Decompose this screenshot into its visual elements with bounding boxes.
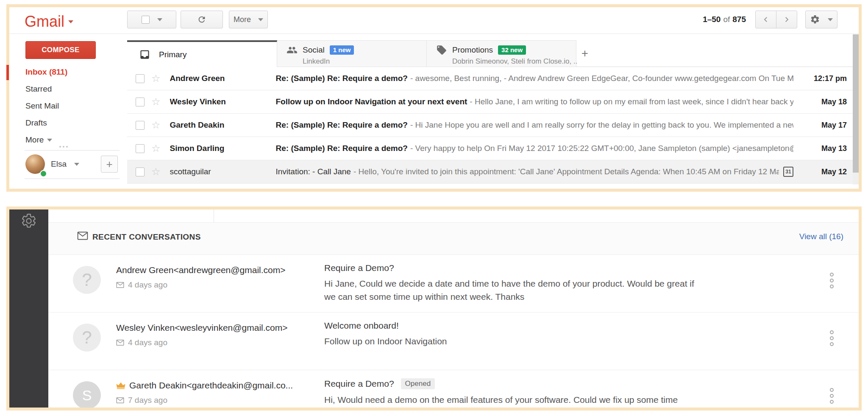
tab-primary[interactable]: Primary (127, 40, 277, 67)
sidebar-item-inbox[interactable]: Inbox (811) (25, 64, 120, 81)
sidebar-divider-bottom (25, 179, 120, 179)
settings-caret-icon (828, 18, 833, 21)
email-checkbox[interactable] (136, 144, 145, 153)
refresh-button[interactable] (181, 11, 223, 28)
email-sender: Simon Darling (170, 144, 276, 153)
tab-social-subtitle: LinkedIn (303, 57, 428, 66)
email-snippet: - Hello Jane, I am writing to follow up … (470, 97, 793, 106)
tab-promotions-badge: 32 new (498, 45, 526, 55)
conversation-title: Require a Demo? (324, 263, 394, 273)
compose-button[interactable]: COMPOSE (25, 41, 96, 59)
crm-settings-button[interactable] (21, 213, 37, 231)
gmail-logo[interactable]: Gmail (25, 12, 73, 31)
email-subject-line: Re: (Sample) Re: Require a demo?- awesom… (276, 74, 793, 83)
add-tab-button[interactable]: + (581, 47, 588, 60)
sidebar-item-starred[interactable]: Starred (25, 81, 120, 98)
pager (755, 11, 797, 28)
email-checkbox[interactable] (136, 98, 145, 106)
email-subject: Follow up on Indoor Navigation at your n… (276, 97, 467, 106)
conversation-time: 7 days ago (116, 396, 167, 405)
header-divider (9, 34, 859, 34)
crm-panel: RECENT CONVERSATIONS View all (16) ? And… (6, 207, 862, 410)
email-sender: Andrew Green (170, 74, 276, 83)
view-all-link[interactable]: View all (16) (799, 232, 843, 241)
sidebar-divider (25, 150, 120, 151)
more-button[interactable]: More (229, 11, 268, 28)
crown-icon (116, 382, 125, 390)
email-row[interactable]: ☆ Gareth Deakin Re: (Sample) Re: Require… (127, 114, 853, 137)
conversation-row[interactable]: ? Wesley Vinken<wesleyvinken@gmail.com> … (48, 312, 859, 370)
sent-email-icon (116, 339, 124, 346)
star-icon[interactable]: ☆ (151, 143, 161, 154)
select-all-button[interactable] (127, 11, 176, 28)
calendar-icon: 31 (783, 167, 793, 177)
email-row[interactable]: ☆ Wesley Vinken Follow up on Indoor Navi… (127, 90, 853, 114)
avatar-unknown: ? (73, 324, 101, 352)
sidebar-item-drafts[interactable]: Drafts (25, 114, 120, 131)
chevron-right-icon (783, 16, 790, 23)
email-subject: Re: (Sample) Re: Require a demo? (276, 144, 408, 153)
avatar-unknown: ? (73, 266, 101, 294)
add-contact-button[interactable]: + (101, 156, 118, 173)
tab-social[interactable]: Social 1 new LinkedIn (277, 40, 427, 67)
gear-outline-icon (21, 213, 37, 229)
gmail-logo-text: Gmail (25, 13, 64, 31)
scrollbar-thumb[interactable] (853, 34, 859, 173)
more-button-label: More (234, 15, 251, 24)
conversation-preview: Welcome onboard! Follow up on Indoor Nav… (324, 321, 697, 348)
sidebar-item-more[interactable]: More (25, 131, 120, 148)
previous-page-button[interactable] (755, 11, 776, 28)
crm-left-rail (9, 209, 48, 408)
conversation-time-text: 4 days ago (128, 280, 167, 290)
conversation-row[interactable]: ? Andrew Green<andrewgreen@gmail.com> 4 … (48, 254, 859, 312)
star-icon[interactable]: ☆ (151, 120, 161, 130)
email-checkbox[interactable] (136, 121, 145, 130)
email-time: May 17 (797, 121, 847, 130)
conversation-name-text: Wesley Vinken<wesleyvinken@gmail.com> (116, 323, 288, 333)
conversation-name-text: Andrew Green<andrewgreen@gmail.com> (116, 265, 286, 275)
kebab-menu-icon[interactable] (830, 273, 834, 288)
star-icon[interactable]: ☆ (151, 73, 161, 84)
star-icon[interactable]: ☆ (151, 97, 161, 107)
tab-promotions[interactable]: Promotions 32 new Dobrin Simeonov, Steli… (427, 40, 576, 67)
sent-email-icon (116, 282, 124, 288)
email-sender: scottaguilar (170, 167, 276, 176)
chevron-left-icon (762, 16, 770, 23)
conversation-time-text: 7 days ago (128, 396, 167, 405)
email-time: May 13 (797, 144, 847, 153)
email-time: May 12 (797, 168, 847, 176)
conversation-time: 4 days ago (116, 280, 167, 290)
email-subject: Re: (Sample) Re: Require a demo? (276, 74, 408, 83)
status-badge: Opened (401, 378, 435, 389)
next-page-button[interactable] (776, 11, 797, 28)
drag-handle-dots-icon (59, 146, 68, 148)
email-row[interactable]: ☆ Andrew Green Re: (Sample) Re: Require … (127, 67, 853, 90)
email-subject-line: Invitation: - Call Jane- Hello, You're i… (276, 167, 779, 176)
email-time: 12:17 pm (797, 74, 847, 83)
profile-menu[interactable]: Elsa (51, 154, 79, 174)
email-checkbox[interactable] (136, 168, 145, 176)
pagination: 1–50 of 875 (665, 11, 746, 28)
email-row[interactable]: ☆ Simon Darling Re: (Sample) Re: Require… (127, 137, 853, 160)
conversation-time-text: 4 days ago (128, 338, 167, 347)
conversation-name-text: Gareth Deakin<garethdeakin@gmail.co... (129, 380, 293, 391)
settings-button[interactable] (805, 11, 837, 28)
envelope-icon (77, 231, 88, 240)
sidebar-item-sent-mail[interactable]: Sent Mail (25, 98, 120, 114)
conversation-body: Hi Jane, Could we decide a date and time… (324, 277, 697, 303)
email-checkbox[interactable] (136, 74, 145, 83)
conversation-time: 4 days ago (116, 338, 167, 347)
kebab-menu-icon[interactable] (830, 330, 834, 346)
profile-name: Elsa (51, 159, 67, 169)
pagination-of: of (723, 15, 730, 24)
sidebar-item-label: Sent Mail (25, 101, 59, 111)
conversation-title: Require a Demo? (324, 379, 394, 389)
conversation-row[interactable]: S Gareth Deakin<garethdeakin@gmail.co...… (48, 370, 859, 410)
email-subject: Invitation: - Call Jane (276, 167, 351, 176)
tag-icon (436, 45, 447, 56)
email-subject-line: Re: (Sample) Re: Require a demo?- Very h… (276, 144, 793, 153)
star-icon[interactable]: ☆ (151, 167, 161, 177)
conversation-body: Follow up on Indoor Navigation (324, 335, 697, 348)
email-row[interactable]: ☆ scottaguilar Invitation: - Call Jane- … (127, 160, 853, 184)
kebab-menu-icon[interactable] (830, 388, 834, 404)
